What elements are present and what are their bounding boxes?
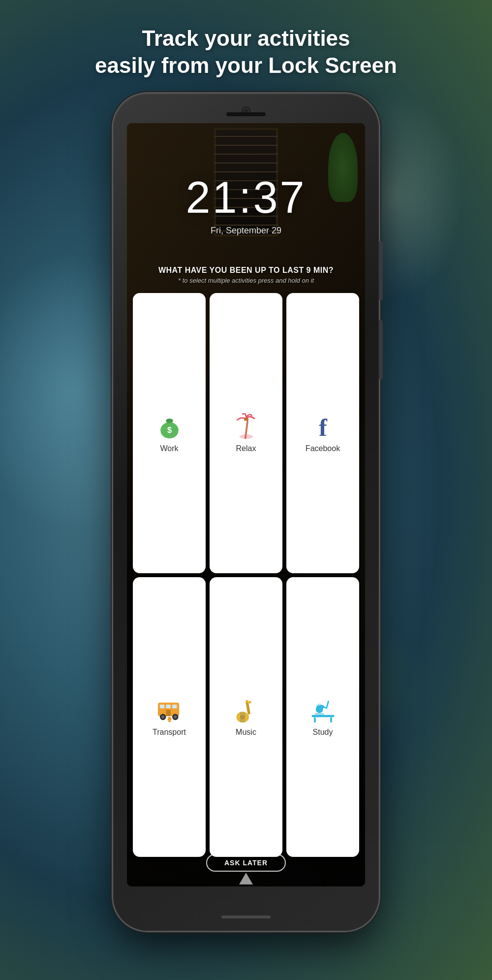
transport-icon (156, 697, 183, 724)
svg-text:$: $ (167, 425, 171, 434)
svg-rect-31 (311, 715, 334, 718)
phone-speaker (226, 112, 266, 116)
header-title: Track your activities easily from your L… (30, 25, 462, 79)
svg-rect-10 (166, 705, 170, 709)
activity-grid: $ Work (133, 293, 359, 857)
svg-text:f: f (319, 414, 328, 440)
facebook-icon: f (309, 413, 337, 440)
svg-point-16 (174, 716, 177, 719)
relax-icon (233, 413, 260, 440)
svg-rect-32 (314, 718, 316, 723)
svg-point-26 (246, 700, 248, 703)
svg-point-17 (167, 717, 171, 721)
activity-prompt: WHAT HAVE YOU BEEN UP TO LAST 9 MIN? * t… (127, 266, 365, 284)
svg-rect-11 (172, 705, 177, 709)
work-label: Work (160, 444, 178, 453)
ask-later-button[interactable]: ASK LATER (206, 854, 286, 872)
svg-point-27 (248, 701, 251, 704)
activity-card-transport[interactable]: Transport (133, 577, 206, 857)
svg-point-14 (161, 716, 164, 719)
phone-bottom-indicator (221, 915, 271, 918)
svg-rect-18 (168, 721, 171, 722)
svg-rect-12 (166, 710, 170, 716)
back-button-icon[interactable] (239, 873, 253, 884)
transport-label: Transport (153, 728, 186, 737)
svg-point-6 (246, 418, 248, 421)
study-label: Study (313, 728, 333, 737)
bottom-nav (127, 872, 365, 884)
activity-card-music[interactable]: Music (210, 577, 282, 857)
svg-rect-9 (159, 705, 164, 709)
svg-point-2 (166, 419, 173, 423)
page-header: Track your activities easily from your L… (0, 25, 492, 79)
time-text: 21:37 (127, 172, 365, 223)
activity-card-study[interactable]: Study (286, 577, 359, 857)
music-icon (233, 697, 260, 724)
activity-card-relax[interactable]: Relax (210, 293, 282, 573)
activity-card-work[interactable]: $ Work (133, 293, 206, 573)
screen-content: 21:37 Fri, September 29 WHAT HAVE YOU BE… (127, 123, 365, 886)
svg-point-4 (239, 434, 253, 439)
activity-question: WHAT HAVE YOU BEEN UP TO LAST 9 MIN? (137, 266, 355, 275)
svg-rect-33 (330, 718, 332, 723)
date-text: Fri, September 29 (127, 226, 365, 236)
phone-shell: 21:37 Fri, September 29 WHAT HAVE YOU BE… (113, 94, 379, 931)
study-icon (309, 697, 337, 724)
facebook-label: Facebook (306, 444, 340, 453)
activity-hint: * to select multiple activities press an… (137, 277, 355, 284)
svg-line-28 (326, 701, 328, 708)
phone-screen: 21:37 Fri, September 29 WHAT HAVE YOU BE… (127, 123, 365, 886)
activity-card-facebook[interactable]: f Facebook (286, 293, 359, 573)
work-icon: $ (156, 413, 183, 440)
phone-device: 21:37 Fri, September 29 WHAT HAVE YOU BE… (113, 94, 379, 931)
music-label: Music (236, 728, 256, 737)
svg-rect-36 (315, 713, 324, 715)
relax-label: Relax (236, 444, 256, 453)
phone-top-bar (113, 94, 379, 123)
time-display: 21:37 Fri, September 29 (127, 172, 365, 236)
